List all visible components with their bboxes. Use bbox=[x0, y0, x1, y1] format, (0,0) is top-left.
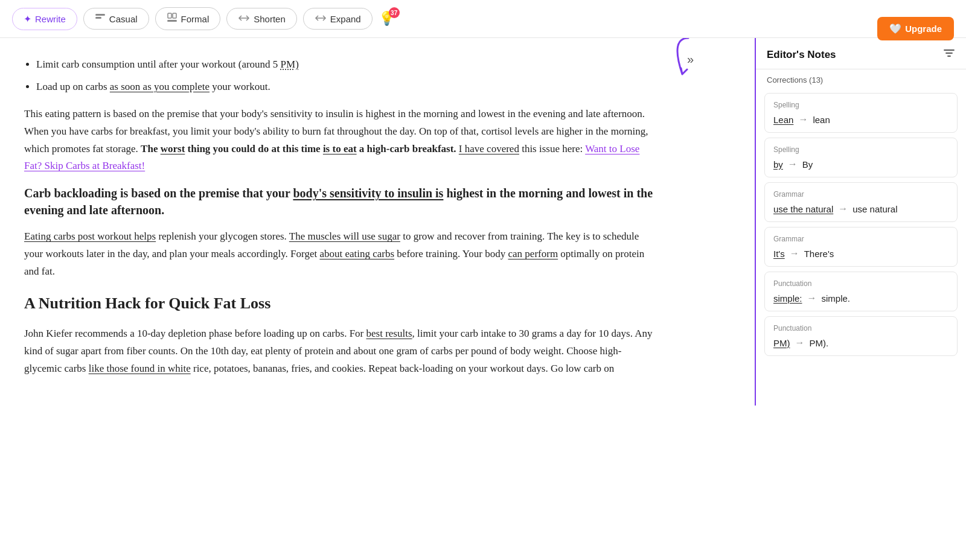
correction-replacement-5: simple. bbox=[822, 293, 851, 304]
svg-rect-0 bbox=[95, 14, 105, 16]
rewrite-label: Rewrite bbox=[35, 14, 66, 24]
rewrite-icon: ✦ bbox=[24, 13, 31, 25]
correction-replacement-4: There's bbox=[804, 249, 834, 259]
arrow-icon-5: → bbox=[807, 293, 817, 304]
bullet-item-1: Limit carb consumption until after your … bbox=[36, 56, 658, 74]
correction-replacement-3: use natural bbox=[852, 204, 897, 214]
correction-replacement-6: PM). bbox=[810, 338, 829, 348]
correction-card-grammar-1[interactable]: Grammar use the natural → use natural bbox=[764, 182, 958, 222]
svg-rect-4 bbox=[167, 20, 177, 22]
upgrade-label: Upgrade bbox=[905, 24, 942, 34]
arrow-icon-6: → bbox=[795, 337, 805, 348]
toolbar: ✦ Rewrite Casual Formal Shorten Expand bbox=[0, 0, 966, 38]
formal-button[interactable]: Formal bbox=[155, 7, 221, 30]
correction-type-6: Punctuation bbox=[773, 324, 948, 332]
correction-content-5: simple: → simple. bbox=[773, 293, 948, 304]
editor-notes-sidebar: Editor's Notes Corrections (13) Spelling… bbox=[755, 38, 966, 406]
correction-content-1: Lean → lean bbox=[773, 114, 948, 125]
correction-original-4: It's bbox=[773, 249, 785, 259]
arrow-icon-3: → bbox=[838, 203, 848, 214]
chevron-right-icon: » bbox=[687, 52, 694, 66]
correction-card-spelling-1[interactable]: Spelling Lean → lean bbox=[764, 93, 958, 133]
correction-content-2: by → By bbox=[773, 159, 948, 170]
expand-button[interactable]: Expand bbox=[303, 8, 373, 30]
corrections-list: Spelling Lean → lean Spelling by → By bbox=[756, 88, 966, 406]
sidebar-title: Editor's Notes bbox=[767, 49, 836, 61]
correction-type-1: Spelling bbox=[773, 101, 948, 109]
editor-area[interactable]: Limit carb consumption until after your … bbox=[0, 38, 682, 406]
correction-card-spelling-2[interactable]: Spelling by → By bbox=[764, 138, 958, 177]
correction-original-1: Lean bbox=[773, 115, 793, 125]
correction-content-4: It's → There's bbox=[773, 248, 948, 259]
casual-button[interactable]: Casual bbox=[83, 8, 149, 30]
corrections-label: Corrections (13) bbox=[756, 69, 966, 88]
casual-icon bbox=[95, 13, 106, 24]
correction-type-3: Grammar bbox=[773, 190, 948, 199]
upgrade-button[interactable]: 🤍 Upgrade bbox=[877, 17, 954, 40]
formal-icon bbox=[167, 13, 178, 25]
notification-badge: 37 bbox=[389, 7, 400, 18]
correction-original-2: by bbox=[773, 159, 783, 170]
collapse-panel-button[interactable]: » bbox=[682, 50, 699, 69]
correction-card-punctuation-1[interactable]: Punctuation simple: → simple. bbox=[764, 272, 958, 311]
correction-card-grammar-2[interactable]: Grammar It's → There's bbox=[764, 227, 958, 267]
correction-original-5: simple: bbox=[773, 293, 802, 304]
svg-rect-1 bbox=[95, 17, 101, 19]
correction-type-2: Spelling bbox=[773, 145, 948, 154]
formal-label: Formal bbox=[181, 14, 210, 24]
heading-1: Carb backloading is based on the premise… bbox=[24, 185, 658, 218]
arrow-icon-1: → bbox=[798, 114, 808, 125]
shorten-icon bbox=[238, 13, 250, 24]
arrow-annotation bbox=[664, 38, 737, 98]
shorten-label: Shorten bbox=[254, 14, 286, 24]
correction-replacement-1: lean bbox=[813, 115, 830, 125]
shorten-button[interactable]: Shorten bbox=[226, 8, 297, 30]
correction-original-3: use the natural bbox=[773, 204, 833, 214]
correction-content-6: PM) → PM). bbox=[773, 337, 948, 348]
correction-type-4: Grammar bbox=[773, 235, 948, 243]
expand-label: Expand bbox=[330, 14, 361, 24]
correction-card-punctuation-2[interactable]: Punctuation PM) → PM). bbox=[764, 316, 958, 356]
correction-replacement-2: By bbox=[802, 159, 813, 170]
sidebar-header: Editor's Notes bbox=[756, 38, 966, 69]
bullet-list: Limit carb consumption until after your … bbox=[36, 56, 658, 96]
svg-rect-3 bbox=[173, 13, 176, 18]
notification-bell[interactable]: 💡 37 bbox=[379, 11, 395, 27]
paragraph-3: John Kiefer recommends a 10-day depletio… bbox=[24, 325, 658, 378]
correction-content-3: use the natural → use natural bbox=[773, 203, 948, 214]
rewrite-button[interactable]: ✦ Rewrite bbox=[12, 8, 77, 30]
paragraph-1: This eating pattern is based on the prem… bbox=[24, 106, 658, 176]
correction-original-6: PM) bbox=[773, 338, 790, 348]
heart-icon: 🤍 bbox=[889, 23, 901, 34]
paragraph-2: Eating carbs post workout helps replenis… bbox=[24, 228, 658, 281]
arrow-icon-2: → bbox=[788, 159, 798, 170]
heading-2: A Nutrition Hack for Quick Fat Loss bbox=[24, 290, 658, 317]
filter-icon[interactable] bbox=[943, 48, 955, 62]
bullet-item-2: Load up on carbs as soon as you complete… bbox=[36, 78, 658, 96]
correction-type-5: Punctuation bbox=[773, 279, 948, 288]
expand-icon bbox=[315, 13, 327, 24]
main-layout: Limit carb consumption until after your … bbox=[0, 38, 966, 406]
arrow-icon-4: → bbox=[790, 248, 799, 259]
casual-label: Casual bbox=[109, 14, 138, 24]
svg-rect-2 bbox=[168, 13, 171, 18]
